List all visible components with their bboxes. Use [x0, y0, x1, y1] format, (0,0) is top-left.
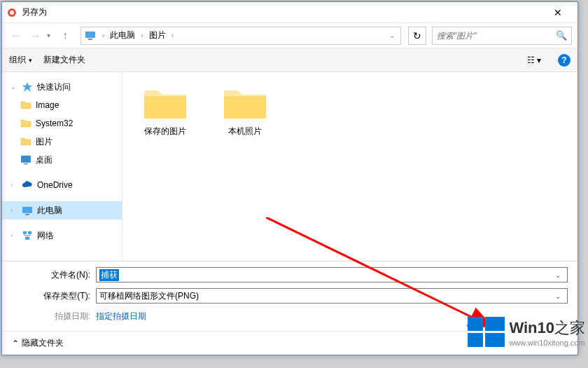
filetype-label: 保存类型(T):	[12, 290, 96, 302]
svg-rect-5	[21, 156, 31, 163]
folder-item[interactable]: 保存的图片	[132, 82, 198, 140]
breadcrumb-current[interactable]: 图片	[146, 28, 169, 43]
chevron-right-icon: ›	[10, 182, 18, 189]
sidebar-quick-access[interactable]: ⌄ 快速访问	[2, 78, 122, 96]
svg-rect-10	[28, 231, 31, 234]
watermark-url: www.win10xitong.com	[509, 339, 585, 347]
network-icon	[22, 230, 33, 241]
pc-icon	[22, 205, 33, 216]
toolbar: 组织 ▾ 新建文件夹 ☷ ▾ ?	[2, 48, 578, 72]
breadcrumb[interactable]: › 此电脑 › 图片 › ⌄	[80, 27, 401, 45]
sidebar-item-image[interactable]: Image	[2, 96, 122, 114]
svg-point-1	[10, 11, 14, 15]
chevron-right-icon: ›	[172, 32, 174, 39]
search-input[interactable]	[437, 31, 556, 41]
svg-rect-3	[88, 39, 92, 40]
folder-icon	[223, 85, 267, 121]
chevron-down-icon: ⌄	[10, 83, 18, 90]
svg-marker-4	[22, 82, 32, 92]
folder-icon	[143, 85, 188, 121]
dialog-title: 另存为	[22, 6, 542, 18]
forward-button[interactable]: →	[27, 27, 44, 44]
sidebar-item-pictures[interactable]: 图片	[2, 132, 122, 151]
watermark-title: Win10之家	[509, 318, 585, 339]
chevron-down-icon[interactable]: ⌄	[389, 32, 395, 39]
chevron-right-icon: ›	[10, 207, 18, 214]
svg-rect-11	[25, 237, 29, 240]
sidebar-onedrive[interactable]: › OneDrive	[2, 176, 122, 194]
new-folder-button[interactable]: 新建文件夹	[43, 54, 85, 66]
svg-rect-2	[85, 32, 95, 38]
titlebar: 另存为 ✕	[2, 2, 578, 23]
save-as-dialog: 另存为 ✕ ← → ▾ ↑ › 此电脑 › 图片 › ⌄ ↻ 🔍 组织 ▾ 新建…	[1, 1, 578, 355]
content-area: ⌄ 快速访问 Image System32 图片 桌面 ›	[2, 72, 578, 261]
search-icon[interactable]: 🔍	[556, 30, 567, 41]
folder-label: 本机照片	[228, 125, 262, 137]
history-dropdown[interactable]: ▾	[47, 32, 54, 39]
pc-icon	[84, 29, 97, 42]
chevron-right-icon: ›	[10, 232, 18, 239]
svg-rect-6	[24, 163, 28, 165]
svg-rect-8	[25, 214, 29, 215]
chevron-down-icon[interactable]: ⌄	[552, 292, 564, 300]
folder-icon	[20, 100, 31, 111]
chevron-right-icon: ›	[141, 32, 143, 39]
app-icon	[6, 7, 18, 18]
sidebar-item-desktop[interactable]: 桌面	[2, 151, 122, 169]
star-icon	[22, 81, 33, 93]
sidebar-this-pc[interactable]: › 此电脑	[2, 201, 122, 219]
desktop-icon	[20, 154, 31, 165]
file-list[interactable]: 保存的图片 本机照片	[122, 72, 578, 261]
sidebar-item-system32[interactable]: System32	[2, 114, 122, 132]
nav-bar: ← → ▾ ↑ › 此电脑 › 图片 › ⌄ ↻ 🔍	[2, 23, 578, 48]
breadcrumb-root[interactable]: 此电脑	[107, 28, 138, 43]
filename-input[interactable]: 捕获 ⌄	[96, 267, 568, 282]
watermark: Win10之家 www.win10xitong.com	[468, 317, 585, 347]
cloud-icon	[22, 179, 33, 191]
organize-button[interactable]: 组织 ▾	[9, 54, 32, 66]
windows-logo-icon	[468, 317, 505, 347]
filetype-select[interactable]: 可移植网络图形文件(PNG) ⌄	[96, 288, 568, 304]
svg-rect-9	[23, 231, 27, 234]
sidebar: ⌄ 快速访问 Image System32 图片 桌面 ›	[2, 72, 122, 261]
search-box[interactable]: 🔍	[432, 27, 572, 45]
folder-icon	[20, 136, 31, 147]
folder-label: 保存的图片	[144, 125, 186, 137]
chevron-up-icon: ⌃	[12, 339, 19, 348]
folder-item[interactable]: 本机照片	[212, 82, 278, 140]
refresh-button[interactable]: ↻	[408, 27, 426, 45]
help-button[interactable]: ?	[558, 54, 570, 67]
back-button[interactable]: ←	[8, 27, 24, 44]
chevron-right-icon: ›	[102, 32, 104, 39]
filename-label: 文件名(N):	[12, 269, 96, 281]
chevron-down-icon[interactable]: ⌄	[552, 271, 564, 279]
hide-folders-button[interactable]: ⌃ 隐藏文件夹	[12, 337, 64, 349]
sidebar-network[interactable]: › 网络	[2, 226, 122, 245]
date-label: 拍摄日期:	[12, 311, 96, 322]
up-button[interactable]: ↑	[57, 27, 74, 44]
svg-rect-7	[22, 207, 32, 213]
view-button[interactable]: ☷ ▾	[522, 54, 547, 67]
date-link[interactable]: 指定拍摄日期	[96, 311, 146, 322]
folder-icon	[20, 118, 31, 129]
close-button[interactable]: ✕	[542, 3, 573, 22]
